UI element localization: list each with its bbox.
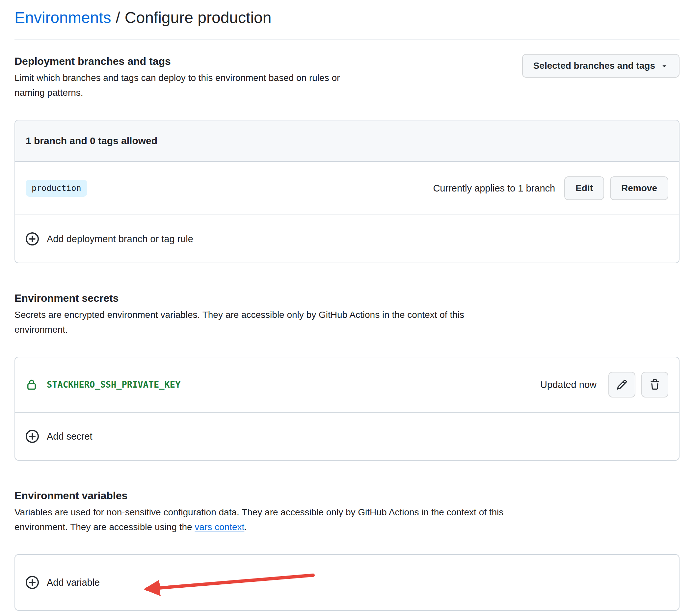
secret-updated-text: Updated now [540,379,597,390]
secrets-section-description: Secrets are encrypted environment variab… [15,307,512,337]
variables-box: Add variable [15,554,679,611]
branch-policy-dropdown-button[interactable]: Selected branches and tags [522,54,679,78]
edit-rule-button[interactable]: Edit [564,176,604,200]
variables-section-heading: Environment variables [15,488,679,503]
branch-rule-actions: Currently applies to 1 branch Edit Remov… [433,176,668,200]
add-secret-button[interactable]: Add secret [15,413,679,460]
add-secret-label: Add secret [47,429,92,444]
branch-applies-text: Currently applies to 1 branch [433,183,555,194]
secret-identity: STACKHERO_SSH_PRIVATE_KEY [26,379,180,391]
rules-summary-header: 1 branch and 0 tags allowed [15,120,679,162]
add-variable-button[interactable]: Add variable [15,555,679,610]
plus-circle-icon [26,576,39,589]
add-branch-rule-label: Add deployment branch or tag rule [47,232,193,246]
deployment-rules-box: 1 branch and 0 tags allowed production C… [15,120,679,263]
environment-secrets-section: Environment secrets Secrets are encrypte… [15,291,679,461]
configure-environment-page: Environments / Configure production Depl… [0,0,694,616]
breadcrumb-environments-link[interactable]: Environments [15,8,111,27]
breadcrumb-current: Configure production [125,8,272,27]
secret-name: STACKHERO_SSH_PRIVATE_KEY [47,379,180,391]
edit-secret-button[interactable] [608,372,635,397]
add-variable-label: Add variable [47,575,100,590]
lock-icon [26,379,38,391]
secret-actions: Updated now [540,372,668,397]
branch-rule-row: production Currently applies to 1 branch… [15,162,679,215]
add-branch-rule-button[interactable]: Add deployment branch or tag rule [15,215,679,263]
deployment-section-text: Deployment branches and tags Limit which… [15,54,357,100]
deployment-branches-section: Deployment branches and tags Limit which… [15,54,679,263]
chevron-down-icon [660,62,668,70]
secrets-box: STACKHERO_SSH_PRIVATE_KEY Updated now [15,357,679,461]
breadcrumb-separator: / [115,8,120,27]
page-title: Environments / Configure production [15,8,679,27]
plus-circle-icon [26,430,39,443]
branch-policy-dropdown-label: Selected branches and tags [533,60,655,71]
vars-context-link[interactable]: vars context [195,522,244,532]
deployment-section-heading: Deployment branches and tags [15,54,357,69]
title-divider [15,39,679,39]
trash-icon [649,379,660,390]
delete-secret-button[interactable] [641,372,668,397]
secret-row: STACKHERO_SSH_PRIVATE_KEY Updated now [15,357,679,413]
deployment-section-description: Limit which branches and tags can deploy… [15,70,357,100]
branch-name-badge: production [26,180,87,197]
variables-description-start: Variables are used for non-sensitive con… [15,507,504,532]
deployment-section-head: Deployment branches and tags Limit which… [15,54,679,100]
secrets-section-heading: Environment secrets [15,291,679,305]
variables-description-end: . [244,522,247,532]
variables-section-description: Variables are used for non-sensitive con… [15,505,512,535]
pencil-icon [616,379,627,390]
plus-circle-icon [26,232,39,245]
environment-variables-section: Environment variables Variables are used… [15,488,679,611]
remove-rule-button[interactable]: Remove [610,176,668,200]
